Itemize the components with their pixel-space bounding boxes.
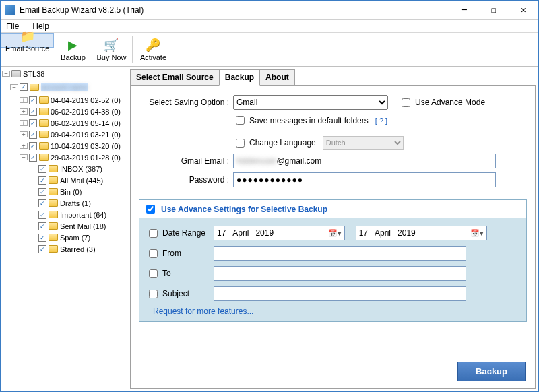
tree-subfolder[interactable]: ✓Important (64) bbox=[1, 209, 127, 220]
language-select[interactable]: Dutch bbox=[323, 136, 404, 150]
folder-icon bbox=[49, 211, 58, 218]
key-icon: 🔑 bbox=[146, 38, 160, 53]
tree-folder[interactable]: +✓06-02-2019 04-38 (0) bbox=[1, 106, 127, 117]
tree-subfolder[interactable]: ✓Bin (0) bbox=[1, 186, 127, 197]
email-label: Gmail Email : bbox=[139, 156, 233, 166]
toolbar: 📁 Email Source ▶ Backup 🛒 Buy Now 🔑 Acti… bbox=[1, 33, 538, 67]
close-button[interactable]: ✕ bbox=[509, 1, 538, 20]
folder-icon bbox=[39, 154, 49, 161]
advance-settings-group: Use Advance Settings for Selective Backu… bbox=[139, 199, 527, 322]
advance-mode-input[interactable] bbox=[402, 98, 410, 107]
folder-tree[interactable]: − STL38 −✓ account name +✓04-04-2019 02-… bbox=[1, 67, 127, 391]
advance-settings-checkbox[interactable] bbox=[146, 205, 155, 214]
calendar-icon[interactable]: 📅▾ bbox=[470, 229, 484, 238]
folder-plus-icon: 📁 bbox=[20, 29, 35, 44]
tab-strip: Select Email Source Backup About bbox=[130, 69, 536, 86]
folder-icon bbox=[39, 131, 49, 138]
default-folders-checkbox[interactable]: Save messages in default folders bbox=[233, 114, 369, 127]
tree-subfolder[interactable]: ✓Starred (3) bbox=[1, 243, 127, 255]
tree-folder[interactable]: +✓09-04-2019 03-21 (0) bbox=[1, 129, 127, 140]
email-input[interactable]: hiddenuser@gmail.com bbox=[233, 154, 496, 168]
password-input[interactable]: ●●●●●●●●●●●● bbox=[233, 172, 496, 187]
saving-option-select[interactable]: Gmail bbox=[233, 95, 388, 110]
menu-bar: File Help bbox=[1, 20, 538, 33]
minimize-button[interactable]: ─ bbox=[449, 1, 479, 20]
cart-icon: 🛒 bbox=[104, 38, 119, 53]
tab-select-source[interactable]: Select Email Source bbox=[130, 69, 220, 86]
backup-button[interactable]: Backup bbox=[457, 362, 526, 381]
folder-icon bbox=[49, 222, 58, 230]
tree-subfolder[interactable]: ✓Drafts (1) bbox=[1, 197, 127, 209]
change-language-checkbox[interactable]: Change Language bbox=[233, 137, 316, 150]
toolbar-separator bbox=[132, 36, 133, 63]
to-input[interactable] bbox=[214, 266, 466, 281]
folder-icon bbox=[49, 245, 58, 253]
tab-backup[interactable]: Backup bbox=[219, 69, 260, 86]
folder-icon bbox=[39, 119, 49, 127]
toolbar-activate[interactable]: 🔑 Activate bbox=[134, 33, 172, 66]
app-icon bbox=[5, 5, 15, 15]
titlebar: Email Backup Wizard v8.2.5 (Trial) ─ ☐ ✕ bbox=[1, 1, 538, 20]
folder-icon bbox=[49, 234, 58, 241]
folder-icon bbox=[39, 108, 49, 115]
tree-account[interactable]: −✓ account name bbox=[1, 79, 127, 94]
drive-icon bbox=[11, 70, 21, 77]
toolbar-email-source[interactable]: 📁 Email Source bbox=[1, 33, 54, 48]
subject-checkbox[interactable]: Subject bbox=[146, 288, 214, 300]
folder-icon bbox=[39, 142, 49, 150]
window-title: Email Backup Wizard v8.2.5 (Trial) bbox=[20, 5, 449, 15]
tree-root[interactable]: − STL38 bbox=[1, 68, 127, 79]
to-checkbox[interactable]: To bbox=[146, 267, 214, 280]
tree-folder[interactable]: +✓04-04-2019 02-52 (0) bbox=[1, 94, 127, 106]
main-panel: Select Email Source Backup About Select … bbox=[127, 67, 538, 391]
saving-option-label: Select Saving Option : bbox=[139, 98, 233, 107]
tree-folder[interactable]: +✓06-02-2019 05-14 (0) bbox=[1, 117, 127, 129]
subject-input[interactable] bbox=[214, 286, 466, 301]
calendar-icon[interactable]: 📅▾ bbox=[328, 229, 342, 238]
tab-about[interactable]: About bbox=[259, 69, 295, 86]
tree-subfolder[interactable]: ✓Spam (7) bbox=[1, 232, 127, 243]
tree-subfolder[interactable]: ✓Sent Mail (18) bbox=[1, 220, 127, 232]
tree-folder[interactable]: +✓10-04-2019 03-20 (0) bbox=[1, 140, 127, 152]
password-label: Password : bbox=[139, 175, 233, 185]
advance-settings-title: Use Advance Settings for Selective Backu… bbox=[161, 205, 327, 214]
date-to-input[interactable]: 17April2019 📅▾ bbox=[356, 226, 487, 240]
change-language-input[interactable] bbox=[236, 139, 245, 148]
play-icon: ▶ bbox=[65, 38, 80, 53]
from-checkbox[interactable]: From bbox=[146, 247, 214, 260]
folder-icon bbox=[39, 96, 49, 104]
tree-subfolder[interactable]: ✓INBOX (387) bbox=[1, 163, 127, 174]
folder-icon bbox=[49, 165, 58, 172]
toolbar-buy-now[interactable]: 🛒 Buy Now bbox=[92, 33, 131, 66]
app-window: Email Backup Wizard v8.2.5 (Trial) ─ ☐ ✕… bbox=[0, 0, 539, 392]
menu-file[interactable]: File bbox=[3, 20, 22, 32]
folder-icon bbox=[49, 188, 58, 195]
tree-subfolder[interactable]: ✓All Mail (445) bbox=[1, 174, 127, 186]
tab-panel-backup: Select Saving Option : Gmail Use Advance… bbox=[130, 85, 536, 389]
maximize-button[interactable]: ☐ bbox=[479, 1, 509, 20]
date-from-input[interactable]: 17April2019 📅▾ bbox=[214, 226, 345, 240]
toolbar-backup[interactable]: ▶ Backup bbox=[54, 33, 92, 66]
folder-icon bbox=[30, 84, 39, 91]
folder-icon bbox=[49, 199, 58, 207]
folder-icon bbox=[49, 176, 58, 184]
date-range-checkbox[interactable]: Date Range bbox=[146, 227, 214, 240]
help-link[interactable]: [ ? ] bbox=[375, 117, 387, 125]
tree-folder[interactable]: −✓29-03-2019 01-28 (0) bbox=[1, 152, 127, 163]
default-folders-input[interactable] bbox=[236, 116, 245, 125]
advance-mode-checkbox[interactable]: Use Advance Mode bbox=[399, 96, 485, 109]
request-features-link[interactable]: Request for more features... bbox=[153, 306, 519, 316]
from-input[interactable] bbox=[214, 246, 466, 261]
